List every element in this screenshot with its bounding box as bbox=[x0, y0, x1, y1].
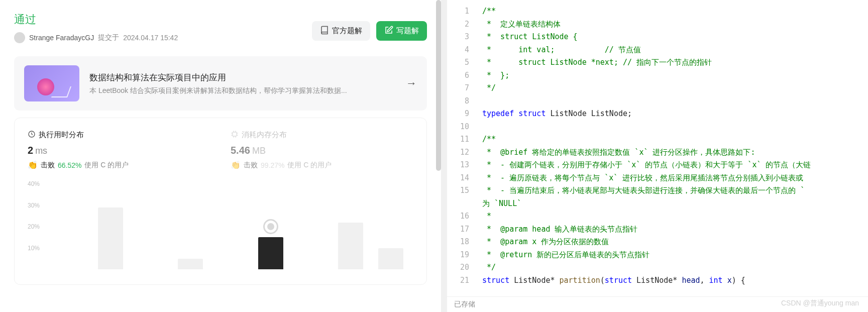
line-number: 20 bbox=[447, 261, 482, 274]
code-line[interactable]: 20 */ bbox=[447, 261, 868, 274]
watermark: CSDN @普通young man bbox=[781, 299, 859, 308]
code-line[interactable]: 18 * @param x 作为分区依据的数值 bbox=[447, 236, 868, 249]
code-content: /** bbox=[482, 5, 868, 18]
line-number: 16 bbox=[447, 210, 482, 223]
code-content: * @return 新的已分区后单链表的头节点指针 bbox=[482, 249, 868, 262]
line-number: 17 bbox=[447, 223, 482, 236]
line-number: 10 bbox=[447, 121, 482, 134]
line-number: 11 bbox=[447, 133, 482, 146]
code-editor[interactable]: 1/**2 * 定义单链表结构体3 * struct ListNode {4 *… bbox=[447, 0, 868, 296]
official-solution-button[interactable]: 官方题解 bbox=[312, 21, 370, 41]
user-line: Strange FaradaycGJ 提交于 2024.04.17 15:42 bbox=[14, 32, 178, 43]
runtime-unit: ms bbox=[35, 146, 47, 156]
code-content: typedef struct ListNode ListNode; bbox=[482, 108, 868, 121]
user-name[interactable]: Strange FaradaycGJ bbox=[29, 34, 94, 42]
code-content: * @param x 作为分区依据的数值 bbox=[482, 236, 868, 249]
line-number: 14 bbox=[447, 172, 482, 185]
line-number: 15 bbox=[447, 184, 482, 197]
beat-label: 击败 bbox=[41, 161, 55, 170]
promo-thumbnail bbox=[24, 65, 79, 101]
code-line[interactable]: 16 * bbox=[447, 210, 868, 223]
code-line[interactable]: 1/** bbox=[447, 5, 868, 18]
line-number: 8 bbox=[447, 95, 482, 108]
scrollbar[interactable] bbox=[436, 0, 441, 171]
code-line[interactable]: 3 * struct ListNode { bbox=[447, 31, 868, 44]
user-marker-icon bbox=[263, 219, 278, 234]
chart-bar[interactable] bbox=[98, 207, 123, 269]
code-content: */ bbox=[482, 82, 868, 95]
line-number: 18 bbox=[447, 236, 482, 249]
memory-title: 消耗内存分布 bbox=[242, 130, 287, 140]
memory-value: 5.46 bbox=[231, 145, 250, 156]
runtime-block[interactable]: 执行用时分布 2ms 👏 击败 66.52% 使用 C 的用户 bbox=[28, 130, 210, 170]
beat-label-mem: 击败 bbox=[244, 161, 258, 170]
code-line[interactable]: 9typedef struct ListNode ListNode; bbox=[447, 108, 868, 121]
chart-bar[interactable] bbox=[378, 248, 403, 270]
memory-unit: MB bbox=[252, 146, 266, 156]
chart-bar[interactable] bbox=[178, 259, 203, 269]
code-content bbox=[482, 121, 868, 134]
line-number: 21 bbox=[447, 274, 482, 287]
code-content: * - 创建两个链表，分别用于存储小于 `x` 的节点（小链表）和大于等于 `x… bbox=[482, 159, 868, 172]
edit-icon bbox=[384, 26, 393, 36]
code-content: * @param head 输入单链表的头节点指针 bbox=[482, 223, 868, 236]
line-number: 1 bbox=[447, 5, 482, 18]
code-line[interactable]: 11/** bbox=[447, 133, 868, 146]
runtime-pct: 66.52% bbox=[58, 161, 81, 169]
code-line[interactable]: 21struct ListNode* partition(struct List… bbox=[447, 274, 868, 287]
chart-bar[interactable] bbox=[258, 237, 283, 269]
runtime-chart: 40%30%20%10% bbox=[28, 184, 413, 279]
avatar[interactable] bbox=[14, 32, 25, 43]
line-number: 9 bbox=[447, 108, 482, 121]
line-number: 6 bbox=[447, 69, 482, 82]
y-tick: 10% bbox=[28, 245, 40, 252]
code-line[interactable]: 14 * - 遍历原链表，将每个节点与 `x` 进行比较，然后采用尾插法将节点分… bbox=[447, 172, 868, 185]
code-line[interactable]: 12 * @brief 将给定的单链表按照指定数值 `x` 进行分区操作，具体思… bbox=[447, 146, 868, 159]
code-content: /** bbox=[482, 133, 868, 146]
code-content: * }; bbox=[482, 69, 868, 82]
code-line[interactable]: 10 bbox=[447, 121, 868, 134]
code-content: struct ListNode* partition(struct ListNo… bbox=[482, 274, 868, 287]
clock-icon bbox=[28, 130, 36, 140]
chart-bar[interactable] bbox=[338, 223, 363, 270]
code-line[interactable]: 4 * int val; // 节点值 bbox=[447, 44, 868, 57]
line-number: 7 bbox=[447, 82, 482, 95]
code-line[interactable]: 5 * struct ListNode *next; // 指向下一个节点的指针 bbox=[447, 56, 868, 69]
svg-rect-1 bbox=[233, 132, 237, 136]
code-line[interactable]: 17 * @param head 输入单链表的头节点指针 bbox=[447, 223, 868, 236]
arrow-right-icon: → bbox=[406, 77, 417, 90]
line-number bbox=[447, 197, 482, 211]
status-accepted: 通过 bbox=[14, 12, 178, 27]
code-line[interactable]: 7 */ bbox=[447, 82, 868, 95]
write-solution-button[interactable]: 写题解 bbox=[376, 21, 427, 41]
code-line[interactable]: 为 `NULL` bbox=[447, 197, 868, 211]
memory-block[interactable]: 消耗内存分布 5.46MB 👏 击败 99.27% 使用 C 的用户 bbox=[231, 130, 413, 170]
code-content bbox=[482, 95, 868, 108]
memory-pct: 99.27% bbox=[261, 161, 284, 169]
code-content: 为 `NULL` bbox=[482, 197, 868, 211]
beat-suffix-mem: 使用 C 的用户 bbox=[287, 161, 332, 170]
clap-icon: 👏 bbox=[28, 160, 38, 170]
line-number: 2 bbox=[447, 18, 482, 31]
stats-card: 执行用时分布 2ms 👏 击败 66.52% 使用 C 的用户 消耗内存 bbox=[14, 118, 427, 285]
line-number: 3 bbox=[447, 31, 482, 44]
code-line[interactable]: 15 * - 当遍历结束后，将小链表尾部与大链表头部进行连接，并确保大链表的最后… bbox=[447, 184, 868, 197]
line-number: 13 bbox=[447, 159, 482, 172]
code-content: * struct ListNode *next; // 指向下一个节点的指针 bbox=[482, 56, 868, 69]
code-line[interactable]: 6 * }; bbox=[447, 69, 868, 82]
code-content: * struct ListNode { bbox=[482, 31, 868, 44]
promo-title: 数据结构和算法在实际项目中的应用 bbox=[89, 72, 396, 83]
code-line[interactable]: 2 * 定义单链表结构体 bbox=[447, 18, 868, 31]
code-line[interactable]: 19 * @return 新的已分区后单链表的头节点指针 bbox=[447, 249, 868, 262]
submission-panel: 通过 Strange FaradaycGJ 提交于 2024.04.17 15:… bbox=[0, 0, 447, 312]
runtime-value: 2 bbox=[28, 145, 33, 156]
line-number: 4 bbox=[447, 44, 482, 57]
promo-card[interactable]: 数据结构和算法在实际项目中的应用 本 LeetBook 结合实际项目案例来讲解算… bbox=[14, 56, 427, 111]
y-tick: 30% bbox=[28, 202, 40, 209]
chip-icon bbox=[231, 130, 239, 140]
submit-label: 提交于 bbox=[98, 33, 119, 42]
code-line[interactable]: 13 * - 创建两个链表，分别用于存储小于 `x` 的节点（小链表）和大于等于… bbox=[447, 159, 868, 172]
code-content: * int val; // 节点值 bbox=[482, 44, 868, 57]
code-line[interactable]: 8 bbox=[447, 95, 868, 108]
code-panel: 1/**2 * 定义单链表结构体3 * struct ListNode {4 *… bbox=[447, 0, 868, 312]
